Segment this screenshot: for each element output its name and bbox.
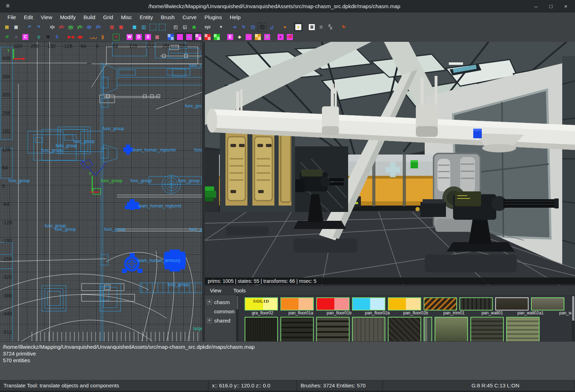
hide-icon[interactable]: × — [112, 33, 120, 41]
menu-view[interactable]: View — [37, 14, 56, 20]
rotate-z-icon[interactable]: z↻ — [94, 23, 102, 31]
cap-icon[interactable]: ◰ — [171, 23, 180, 31]
flip-x-icon[interactable]: x|x — [48, 23, 56, 31]
view-wire-icon[interactable]: ‒‒ — [185, 33, 193, 41]
view-blend-icon[interactable] — [194, 33, 202, 41]
texture-tile-pan_wall01[interactable] — [459, 297, 493, 310]
texture-tile-pan_floor02a[interactable] — [352, 297, 385, 310]
texture-tile-row2-3[interactable] — [316, 317, 350, 342]
entity-list-icon[interactable]: ≣ — [307, 23, 316, 31]
view-composite-icon[interactable] — [166, 33, 175, 41]
console-window-icon[interactable]: ≣ — [317, 23, 325, 31]
end-cap-icon[interactable]: ◱ — [180, 23, 189, 31]
hollow-icon[interactable]: ▩ — [130, 23, 139, 31]
undo-icon[interactable]: ↶ — [25, 23, 34, 31]
rotate-y-icon[interactable]: y↻ — [76, 23, 84, 31]
model-icon[interactable]: ♀ — [244, 33, 253, 41]
texture-tile-pan_floor02b[interactable] — [388, 297, 421, 310]
shader-off-icon[interactable]: off — [285, 33, 294, 41]
menu-file[interactable]: File — [4, 14, 20, 20]
texmenu-tools[interactable]: Tools — [233, 287, 246, 293]
menu-grid[interactable]: Grid — [99, 14, 117, 20]
csg-merge-icon[interactable]: ▦ — [117, 23, 125, 31]
expander-icon[interactable]: + — [207, 318, 212, 323]
menu-brush[interactable]: Brush — [157, 14, 179, 20]
expander-icon[interactable]: + — [207, 299, 212, 305]
light-icon[interactable]: ◆ — [235, 33, 244, 41]
save-icon[interactable]: ▣ — [12, 23, 20, 31]
view-green-icon[interactable] — [212, 33, 221, 41]
foliage-tool-icon[interactable]: ψ — [34, 33, 43, 41]
tree-item-shared[interactable]: +shared — [205, 316, 236, 325]
menu-entity[interactable]: Entity — [136, 14, 157, 20]
particle-icon[interactable]: ✱ — [263, 33, 271, 41]
rotate-view-icon[interactable]: ↻ — [239, 23, 248, 31]
texture-tile-row2-5[interactable] — [388, 317, 421, 342]
texture-tile-row2-1[interactable] — [245, 317, 278, 342]
close-button[interactable]: × — [563, 3, 569, 9]
texture-tile-row2-2[interactable] — [280, 317, 314, 342]
maximize-button[interactable]: □ — [548, 3, 554, 9]
merge-icon[interactable]: ● — [280, 23, 289, 31]
select-inside-icon[interactable] — [158, 23, 166, 31]
texture-lock-icon[interactable]: ● — [294, 23, 302, 31]
view-red-icon[interactable] — [203, 33, 212, 41]
menu-modify[interactable]: Modify — [56, 14, 79, 20]
view-splitter[interactable] — [202, 42, 205, 341]
redo-icon[interactable]: ↷ — [34, 23, 43, 31]
menu-edit[interactable]: Edit — [20, 14, 37, 20]
texture-tile-pan_floor01b[interactable] — [316, 297, 350, 310]
view-fill-icon[interactable] — [175, 33, 184, 41]
texture-tile-row2-8[interactable] — [470, 317, 504, 342]
flip-in-icon[interactable]: ▶◀ — [66, 33, 75, 41]
menu-misc[interactable]: Misc — [117, 14, 136, 20]
minimize-button[interactable]: – — [533, 3, 539, 9]
flip-y-icon[interactable]: y|y — [66, 23, 75, 31]
clipper-icon[interactable]: ◫ — [139, 23, 148, 31]
flip-z-icon[interactable]: z|z — [85, 23, 93, 31]
texture-tile-row2-9[interactable] — [506, 317, 540, 342]
texture-tile-pan_floor01a[interactable] — [280, 297, 314, 310]
scale-view-icon[interactable]: ◳ — [249, 23, 257, 31]
sound-icon[interactable] — [253, 33, 262, 41]
swap-xyz-icon[interactable]: xyz — [203, 23, 212, 31]
patch-bend-icon[interactable]: ◡◡ — [89, 33, 97, 41]
menu-build[interactable]: Build — [79, 14, 99, 20]
entity-e-icon[interactable]: E — [226, 33, 234, 41]
reload-shaders-icon[interactable]: ↻ — [339, 23, 348, 31]
background-image-icon[interactable]: ○ — [12, 33, 20, 41]
rotate-x-icon[interactable]: x↻ — [57, 23, 66, 31]
cone-icon[interactable]: ▼ — [217, 23, 225, 31]
next-view-icon[interactable]: ⇥ — [230, 23, 239, 31]
texture-tile-row2-4[interactable] — [352, 317, 385, 342]
app-menu-icon[interactable]: ≡ — [0, 2, 16, 10]
cylinder-icon[interactable]: ◼ — [190, 23, 198, 31]
creature-tool-icon[interactable]: ✱ — [44, 33, 52, 41]
texture-tile-row2-6[interactable] — [424, 317, 432, 342]
tree-item-chasm[interactable]: +chasm — [205, 297, 236, 307]
caulk-icon[interactable]: C — [21, 33, 29, 41]
texture-tile-gra_floor02[interactable]: SOLID — [245, 297, 278, 310]
selection-mode-icon[interactable] — [258, 23, 266, 31]
2d-grid-view[interactable]: Y Y -320-256-192-128-6406412819225632044… — [0, 42, 202, 341]
contrast-icon[interactable]: ◐ — [276, 33, 285, 41]
tree-scrollbar[interactable] — [236, 295, 239, 342]
texture-tile-row2-7[interactable] — [435, 317, 468, 342]
menu-curve[interactable]: Curve — [179, 14, 201, 20]
texture-tile-pan_trim01[interactable] — [424, 297, 457, 310]
texture-tile-pan_wall0[interactable] — [531, 297, 564, 310]
patch-thicken-icon[interactable]: )) — [98, 33, 107, 41]
resize-mode-icon[interactable]: ◿ — [267, 23, 275, 31]
menu-plugins[interactable]: Plugins — [201, 14, 226, 20]
texture-w-icon[interactable]: W — [125, 33, 134, 41]
texture-scrollbar[interactable] — [572, 295, 575, 342]
entity-anchor-icon[interactable]: E — [53, 33, 61, 41]
texmenu-view[interactable]: View — [210, 287, 221, 293]
csg-subtract-icon[interactable]: ▥ — [107, 23, 116, 31]
select-touching-icon[interactable] — [149, 23, 157, 31]
flip-out-icon[interactable]: ◀▶ — [76, 33, 84, 41]
texture-window-icon[interactable]: ▚ — [326, 23, 334, 31]
texture-tile-pan_wall02a1[interactable] — [495, 297, 529, 310]
refresh-models-icon[interactable]: ↺ — [2, 33, 11, 41]
texture-s-icon[interactable]: S — [144, 33, 152, 41]
